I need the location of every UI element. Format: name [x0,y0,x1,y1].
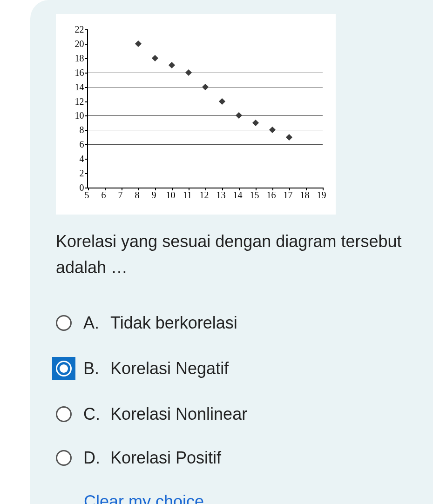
x-tick-label: 19 [313,190,330,201]
x-tick-label: 5 [79,190,95,201]
answer-options: A.Tidak berkorelasiB.Korelasi NegatifC.K… [56,313,424,468]
clear-choice-link[interactable]: Clear my choice [84,492,424,504]
option-text: Korelasi Negatif [110,359,229,378]
radio-unselected[interactable] [56,450,72,466]
y-tick-label: 20 [66,38,84,49]
x-tick-label: 13 [213,190,230,201]
answer-option[interactable]: B.Korelasi Negatif [56,357,424,380]
gridline [88,73,323,73]
data-point [202,84,208,90]
option-letter: A. [83,313,110,333]
x-tick-label: 11 [179,190,196,201]
answer-option[interactable]: D.Korelasi Positif [56,448,424,468]
answer-option[interactable]: C.Korelasi Nonlinear [56,404,424,424]
x-tick-label: 8 [129,190,146,201]
x-tick-label: 6 [95,190,112,201]
data-point [252,120,258,126]
data-point [235,112,242,119]
y-tick-label: 16 [66,67,84,78]
chart-image: 0246810121416182022567891011121314151617… [56,14,336,215]
gridline [88,144,323,145]
option-text: Korelasi Positif [110,448,221,468]
option-letter: D. [83,448,110,468]
data-point [185,69,191,76]
y-tick-label: 6 [66,139,84,150]
x-tick-label: 15 [246,190,263,201]
gridline [88,130,323,130]
x-tick-label: 17 [280,190,297,201]
answer-option[interactable]: A.Tidak berkorelasi [56,313,424,333]
y-tick-label: 22 [66,24,84,35]
x-tick-label: 10 [162,190,179,201]
gridline [88,115,323,116]
question-card: 0246810121416182022567891011121314151617… [30,0,433,504]
option-letter: B. [83,359,110,378]
data-point [168,62,175,68]
data-point [151,55,158,61]
x-tick-label: 14 [230,190,246,201]
y-tick-label: 4 [66,154,84,164]
data-point [269,127,275,133]
x-tick-label: 7 [112,190,129,201]
y-tick-label: 10 [66,110,84,121]
y-tick-label: 12 [66,96,84,107]
y-tick-label: 18 [66,53,84,63]
x-tick-label: 16 [263,190,280,201]
option-text: Korelasi Nonlinear [110,404,247,424]
x-tick-label: 12 [196,190,213,201]
y-tick-label: 2 [66,168,84,179]
gridline [88,44,323,44]
question-text: Korelasi yang sesuai dengan diagram ters… [56,228,424,281]
option-text: Tidak berkorelasi [110,313,237,333]
data-point [135,40,141,47]
data-point [285,134,292,141]
radio-unselected[interactable] [56,406,72,422]
option-letter: C. [83,404,110,424]
y-tick-label: 14 [66,81,84,92]
radio-unselected[interactable] [56,315,72,331]
y-tick-label: 8 [66,125,84,135]
x-tick-label: 9 [146,190,162,201]
data-point [218,98,225,104]
radio-selected[interactable] [52,357,75,380]
x-tick-label: 18 [297,190,313,201]
scatter-plot: 0246810121416182022567891011121314151617… [66,25,326,204]
